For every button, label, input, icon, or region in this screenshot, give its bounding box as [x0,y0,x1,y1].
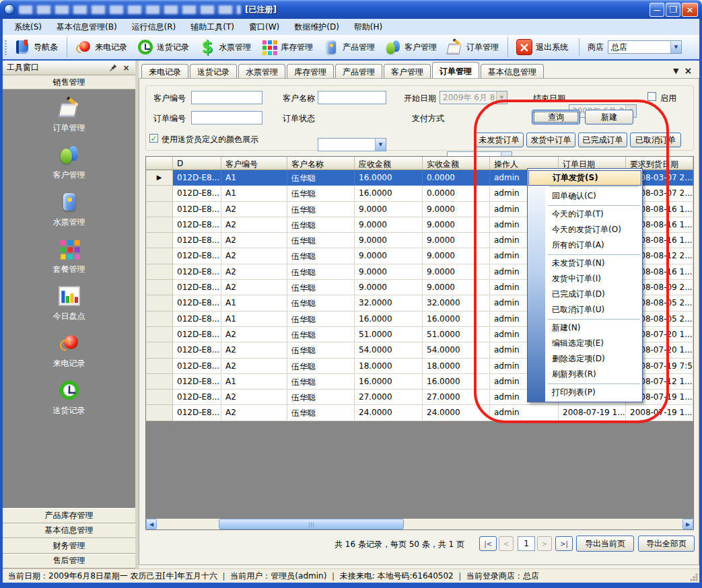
row-selector-cell[interactable]: ▶ [146,405,173,420]
toolbar-button[interactable]: 送货记录 [133,37,193,57]
customer-name-input[interactable] [318,91,386,104]
filter-cancelled-button[interactable]: 已取消订单 [630,133,681,147]
toolbar-button[interactable]: 产品管理 [318,37,379,57]
chevron-down-icon[interactable]: ▼ [670,41,681,53]
sidebar-item[interactable]: 送货记录 [53,379,85,416]
context-menu-item[interactable]: 已完成订单(D) [528,287,642,302]
sidebar-item[interactable]: 客户管理 [53,143,85,181]
row-selector-cell[interactable]: ▶ [146,390,173,405]
minimize-button[interactable]: — [650,3,664,17]
context-menu-item[interactable]: 新建(N) [528,320,642,336]
toolbar-button[interactable]: 水票管理 [195,37,255,57]
menu-item[interactable]: 系统(S) [7,20,49,35]
tab[interactable]: 基本信息管理 [481,64,544,78]
context-menu-item[interactable]: 今天的订单(T) [528,207,642,222]
table-row[interactable]: ▶ 012D-E8... A2 伍华聪 24.0000 24.0000 admi… [146,405,693,420]
column-header-customer-name[interactable]: 客户名称 [287,157,355,170]
row-selector-cell[interactable]: ▶ [146,374,173,390]
row-selector-cell[interactable]: ▶ [146,295,173,311]
row-selector-cell[interactable]: ▶ [146,186,173,201]
scroll-right-icon[interactable]: ▶ [682,519,693,529]
pin-icon[interactable] [108,63,118,73]
chevron-down-icon[interactable]: ▼ [375,139,386,151]
context-menu-item[interactable]: 发货中订单(I) [528,271,642,287]
sidebar-section-sales[interactable]: 销售管理 [3,75,135,89]
sidebar-item[interactable]: 订单管理 [53,96,85,134]
tab[interactable]: 订单管理 [432,62,479,78]
scroll-left-icon[interactable]: ◀ [146,519,157,529]
page-number-input[interactable] [518,536,535,551]
export-current-page-button[interactable]: 导出当前页 [576,536,634,552]
prev-page-button[interactable]: < [499,536,514,551]
sidebar-bottom-section[interactable]: 产品库存管理 [3,508,135,523]
order-code-input[interactable] [191,111,262,124]
sidebar-item[interactable]: 来电记录 [53,332,85,369]
filter-completed-button[interactable]: 已完成订单 [578,133,627,147]
maximize-button[interactable]: ❒ [666,3,680,17]
menu-item[interactable]: 数据维护(D) [287,20,347,35]
menu-item[interactable]: 窗口(W) [242,20,287,35]
toolbar-button[interactable]: 客户管理 [380,37,441,57]
shop-combobox[interactable]: 总店 ▼ [608,40,682,54]
export-all-pages-button[interactable]: 导出全部页 [638,536,695,552]
row-selector-cell[interactable]: ▶ [146,359,173,374]
sidebar-bottom-section[interactable]: 财务管理 [3,538,135,554]
row-selector-cell[interactable]: ▶ [146,342,173,358]
toolbar-button[interactable]: 导航条 [9,37,62,57]
row-selector-cell[interactable]: ▶ [146,170,173,186]
column-header-received[interactable]: 实收金额 [423,157,490,170]
context-menu-item[interactable]: 订单发货(S) [528,170,641,186]
toolbar-button[interactable]: 来电记录 [67,37,131,57]
row-selector-cell[interactable]: ▶ [146,327,173,342]
scrollbar-track[interactable] [157,519,682,529]
row-selector-cell[interactable]: ▶ [146,264,173,280]
enable-date-checkbox[interactable] [647,92,656,101]
next-page-button[interactable]: > [537,536,552,551]
resize-grip[interactable] [690,573,698,581]
color-display-checkbox[interactable]: ✓ [149,134,158,143]
menu-item[interactable]: 辅助工具(T) [183,20,242,35]
toolbar-button[interactable]: 库存管理 [256,37,317,57]
column-header-id[interactable]: D [173,157,221,170]
order-status-combobox[interactable]: ▼ [318,138,386,151]
tab[interactable]: 产品管理 [335,64,382,78]
toolbar-grip[interactable] [5,40,7,55]
tab[interactable]: 库存管理 [287,64,334,78]
context-menu-item[interactable]: 编辑选定项(E) [528,336,642,351]
context-menu-item[interactable]: 已取消订单(U) [528,302,642,318]
tab[interactable]: 客户管理 [384,64,431,78]
first-page-button[interactable]: |< [479,536,497,551]
sidebar-item[interactable]: 今日盘点 [53,285,85,322]
row-selector-cell[interactable]: ▶ [146,280,173,295]
start-date-picker[interactable]: 2009年 6月 8日 ▼ [440,91,507,104]
tool-window-close-icon[interactable]: × [121,63,131,73]
sidebar-item[interactable]: 水票管理 [53,190,85,228]
close-button[interactable]: × [682,3,698,17]
context-menu-item[interactable]: 今天的发货订单(O) [528,222,642,237]
column-header-selector[interactable] [146,157,173,170]
new-button[interactable]: 新建 [585,110,633,124]
customer-code-input[interactable] [191,91,262,104]
tab-list-dropdown-icon[interactable]: ▼ [673,67,678,75]
row-selector-cell[interactable]: ▶ [146,311,173,327]
tab[interactable]: 水票管理 [238,64,285,78]
last-page-button[interactable]: >| [555,536,573,551]
menu-item[interactable]: 运行信息(R) [125,20,184,35]
sidebar-bottom-section[interactable]: 基本信息管理 [3,523,135,539]
tab[interactable]: 来电记录 [141,64,188,78]
column-header-customer-code[interactable]: 客户编号 [221,157,287,170]
toolbar-button[interactable]: 退出系统 [507,37,572,57]
context-menu-item[interactable]: 删除选定项(D) [528,351,642,367]
row-selector-cell[interactable]: ▶ [146,217,173,233]
context-menu-item[interactable]: 刷新列表(R) [528,367,642,382]
menu-item[interactable]: 基本信息管理(B) [49,20,125,35]
filter-unshipped-button[interactable]: 未发货订单 [475,133,524,147]
row-selector-cell[interactable]: ▶ [146,248,173,264]
toolbar-button[interactable]: 订单管理 [442,37,503,57]
sidebar-bottom-section[interactable]: 售后管理 [3,554,135,569]
scrollbar-thumb[interactable] [219,519,404,529]
row-selector-cell[interactable]: ▶ [146,233,173,248]
context-menu-item[interactable]: 打印列表(P) [528,385,642,400]
row-selector-cell[interactable]: ▶ [146,202,173,217]
tab[interactable]: 送货记录 [190,64,237,78]
